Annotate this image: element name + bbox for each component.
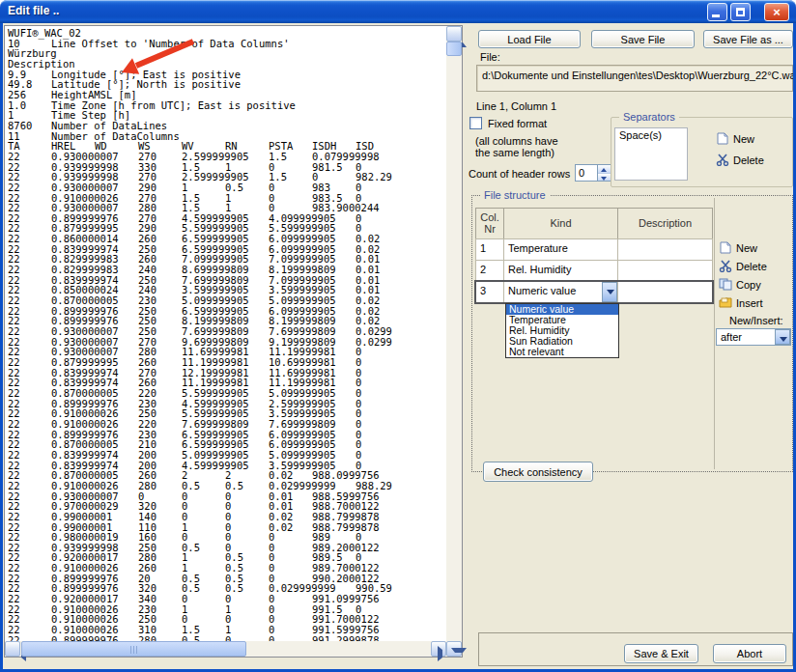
chevron-down-icon (607, 290, 614, 294)
fixed-format-checkbox[interactable] (469, 117, 482, 129)
file-editor: WUFI®_WAC_02 10 Line Offset to 'Number o… (4, 25, 463, 658)
save-file-button[interactable]: Save File (591, 30, 695, 48)
row2-kind-cell[interactable]: Rel. Humidity (503, 260, 618, 282)
row1-kind-cell[interactable]: Temperature (503, 238, 618, 261)
fixed-format-note-line2: the same length) (475, 147, 554, 158)
minimize-button[interactable] (707, 3, 727, 21)
separator-item[interactable]: Space(s) (615, 128, 687, 142)
row2-description-cell[interactable] (617, 260, 713, 282)
edit-file-window: Edit file .. × WUFI®_WAC_02 10 Line Offs… (0, 0, 796, 672)
row3-col-nr[interactable]: 3 (475, 281, 504, 303)
new-insert-dropdown-button[interactable] (775, 329, 790, 345)
spinner-buttons (597, 165, 611, 181)
kind-dropdown-list[interactable]: Numeric valueTemperatureRel. HumiditySun… (505, 303, 619, 358)
kind-combobox-value: Numeric value (504, 282, 617, 302)
minimize-icon (712, 14, 720, 17)
row3-description-cell[interactable] (617, 281, 713, 303)
new-insert-combobox[interactable]: after (716, 328, 791, 346)
structure-new-button[interactable]: New (736, 242, 757, 254)
spin-up-button[interactable] (598, 165, 611, 173)
structure-copy-button[interactable]: Copy (736, 279, 761, 291)
separators-group: Separators Space(s) New Delete (611, 117, 793, 187)
window-title: Edit file .. (8, 4, 59, 17)
chevron-down-icon (780, 337, 787, 342)
file-structure-legend: File structure (480, 189, 550, 201)
abort-button[interactable]: Abort (713, 644, 786, 663)
editor-text-area[interactable]: WUFI®_WAC_02 10 Line Offset to 'Number o… (5, 26, 446, 641)
dropdown-option[interactable]: Not relevant (506, 347, 618, 357)
separators-legend: Separators (619, 111, 679, 123)
maximize-button[interactable] (730, 3, 751, 21)
new-insert-value: after (721, 331, 742, 343)
header-rows-label: Count of header rows (469, 168, 570, 180)
separators-list[interactable]: Space(s) (614, 127, 688, 181)
separators-delete-button[interactable]: Delete (733, 154, 764, 166)
close-button[interactable]: × (764, 3, 789, 21)
separators-new-button[interactable]: New (733, 133, 754, 145)
row1-description-cell[interactable] (617, 238, 713, 261)
scroll-left-button[interactable] (5, 641, 20, 657)
column-header-kind: Kind (503, 208, 618, 239)
header-rows-spinner[interactable]: 0 (575, 164, 611, 182)
fixed-format-note-line1: (all columns have (475, 135, 558, 147)
thumb-grip (130, 646, 138, 654)
file-path-box: d:\Dokumente und Einstellungen\tes\Deskt… (476, 65, 793, 92)
column-header-nr-line2: Nr (476, 223, 503, 235)
spin-down-icon (601, 177, 607, 181)
horizontal-scrollbar[interactable] (5, 641, 446, 657)
column-header-nr-line1: Col. (476, 211, 503, 223)
titlebar[interactable]: Edit file .. × (0, 0, 796, 23)
row2-col-nr[interactable]: 2 (475, 260, 504, 282)
save-file-as-button[interactable]: Save File as ... (703, 30, 793, 48)
dialog-client-area: WUFI®_WAC_02 10 Line Offset to 'Number o… (3, 23, 793, 669)
save-and-exit-button[interactable]: Save & Exit (624, 644, 698, 663)
load-file-button[interactable]: Load File (478, 30, 581, 48)
editor-text: WUFI®_WAC_02 10 Line Offset to 'Number o… (5, 26, 446, 641)
scroll-up-button[interactable] (446, 26, 462, 42)
row1-col-nr[interactable]: 1 (475, 238, 504, 261)
spin-down-button[interactable] (598, 173, 611, 181)
structure-delete-button[interactable]: Delete (736, 261, 767, 272)
spin-up-icon (601, 168, 607, 172)
fixed-format-label: Fixed format (488, 118, 547, 129)
vertical-scroll-thumb[interactable] (446, 42, 462, 56)
scissors-icon (716, 154, 729, 166)
close-icon: × (765, 4, 788, 20)
scroll-right-button[interactable] (431, 641, 446, 657)
cursor-position-label: Line 1, Column 1 (476, 100, 556, 112)
bottom-button-bar: Save & Exit Abort (478, 632, 793, 666)
kind-combobox-dropdown-button[interactable] (602, 282, 617, 302)
file-path: d:\Dokumente und Einstellungen\tes\Deskt… (482, 70, 793, 81)
horizontal-scroll-thumb[interactable] (21, 641, 246, 657)
new-page-icon (719, 241, 732, 254)
vertical-scrollbar[interactable] (446, 26, 462, 657)
header-rows-value: 0 (579, 167, 584, 179)
new-insert-label: New/Insert: (729, 315, 783, 326)
structure-insert-button[interactable]: Insert (736, 297, 763, 309)
check-consistency-button[interactable]: Check consistency (483, 462, 593, 482)
table-buttons-divider (714, 198, 715, 469)
new-page-icon (716, 132, 729, 145)
insert-icon (719, 296, 732, 309)
file-structure-group: File structure Col. Nr Kind Description … (471, 195, 793, 472)
column-header-description: Description (617, 208, 713, 239)
arrow-down-icon (451, 648, 467, 663)
maximize-icon (736, 8, 745, 16)
scissors-icon (719, 260, 732, 272)
file-label: File: (480, 51, 500, 63)
row3-kind-combobox[interactable]: Numeric value (503, 281, 618, 303)
copy-pages-icon (719, 278, 732, 291)
column-header-nr: Col. Nr (475, 208, 504, 239)
arrow-right-icon (438, 646, 453, 661)
